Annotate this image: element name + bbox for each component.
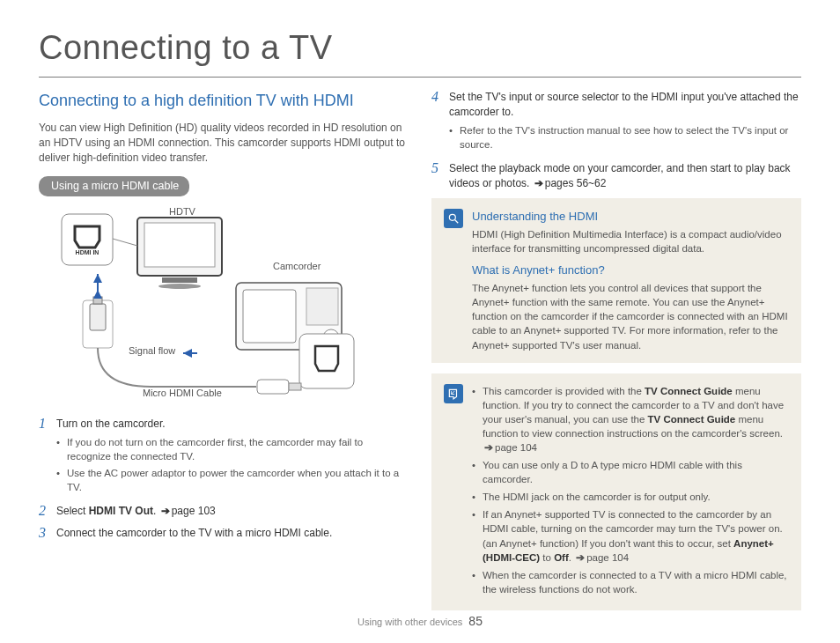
label-micro-hdmi: Micro HDMI Cable <box>143 387 222 400</box>
bold: TV Connect Guide <box>648 414 736 425</box>
step-text: Turn on the camcorder. <box>56 417 409 432</box>
page-ref: page 104 <box>483 442 537 453</box>
intro-text: You can view High Definition (HD) qualit… <box>39 121 409 165</box>
step-1: 1 Turn on the camcorder. If you do not t… <box>39 417 409 497</box>
t: Select the playback mode on your camcord… <box>449 162 791 189</box>
step-sub: Use the AC power adaptor to power the ca… <box>56 466 409 494</box>
step-sub: Refer to the TV's instruction manual to … <box>449 123 801 152</box>
step-number: 2 <box>39 504 49 519</box>
svg-rect-3 <box>162 277 197 283</box>
svg-line-23 <box>455 219 459 223</box>
step-number: 3 <box>39 526 49 541</box>
t: to <box>540 552 554 563</box>
diagram-svg: HDMI IN <box>39 205 400 408</box>
svg-rect-12 <box>90 304 106 330</box>
page-footer: Using with other devices 85 <box>0 613 840 631</box>
page-ref: page 103 <box>159 505 216 517</box>
note-item: The HDMI jack on the camcorder is for ou… <box>472 490 789 504</box>
svg-rect-2 <box>144 223 215 267</box>
note-item: If an Anynet+ supported TV is connected … <box>472 507 789 564</box>
label-hdtv: HDTV <box>169 205 195 218</box>
t: Select <box>56 505 89 517</box>
info-text: HDMI (High Definition Multimedia Interfa… <box>472 227 789 255</box>
step-text: Connect the camcorder to the TV with a m… <box>56 526 409 541</box>
page-ref: pages 56~62 <box>533 177 607 189</box>
label-camcorder: Camcorder <box>273 260 321 273</box>
page-number: 85 <box>468 614 483 628</box>
step-text: Select HDMI TV Out. page 103 <box>56 504 409 519</box>
columns: Connecting to a high definition TV with … <box>39 90 801 621</box>
step-number: 1 <box>39 417 49 497</box>
step-2: 2 Select HDMI TV Out. page 103 <box>39 504 409 519</box>
svg-marker-18 <box>93 274 102 283</box>
info-box-hdmi: Understanding the HDMI HDMI (High Defini… <box>431 198 801 363</box>
svg-marker-20 <box>183 349 192 358</box>
t: This camcorder is provided with the <box>483 386 645 396</box>
info-heading: What is Anynet+ function? <box>472 262 789 278</box>
svg-rect-6 <box>243 290 296 343</box>
footer-section: Using with other devices <box>357 617 462 627</box>
note-item: When the camcorder is connected to a TV … <box>472 568 789 596</box>
step-sub: If you do not turn on the camcorder firs… <box>56 435 409 463</box>
step-5: 5 Select the playback mode on your camco… <box>431 161 801 191</box>
svg-point-22 <box>449 214 455 220</box>
divider <box>39 77 801 78</box>
svg-rect-9 <box>306 288 338 325</box>
label-signal-flow: Signal flow <box>129 344 175 358</box>
info-box-notes: This camcorder is provided with the TV C… <box>431 373 801 610</box>
svg-rect-14 <box>257 380 289 394</box>
page-title: Connecting to a TV <box>39 25 801 71</box>
left-column: Connecting to a high definition TV with … <box>39 90 409 621</box>
svg-point-4 <box>158 284 201 289</box>
bold: TV Connect Guide <box>645 386 733 396</box>
info-heading: Understanding the HDMI <box>472 209 789 225</box>
step-text: Select the playback mode on your camcord… <box>449 161 801 191</box>
t: . <box>153 505 159 517</box>
svg-line-21 <box>113 239 137 246</box>
section-title: Connecting to a high definition TV with … <box>39 90 409 112</box>
connection-diagram: HDTV Camcorder Signal flow Micro HDMI Ca… <box>39 205 409 408</box>
label-hdmi-in: HDMI IN <box>76 249 99 255</box>
note-icon <box>444 384 463 403</box>
note-item: You can use only a D to A type micro HDM… <box>472 458 789 486</box>
subsection-pill: Using a micro HDMI cable <box>39 176 189 197</box>
step-number: 4 <box>431 90 442 154</box>
bold: Off <box>554 552 569 563</box>
svg-rect-15 <box>289 383 301 390</box>
info-text: The Anynet+ function lets you control al… <box>472 281 789 351</box>
note-item: This camcorder is provided with the TV C… <box>472 384 789 455</box>
step-4: 4 Set the TV's input or source selector … <box>431 90 801 154</box>
right-column: 4 Set the TV's input or source selector … <box>431 90 801 621</box>
step-text: Set the TV's input or source selector to… <box>449 90 801 120</box>
svg-rect-0 <box>62 214 113 265</box>
step-3: 3 Connect the camcorder to the TV with a… <box>39 526 409 541</box>
bold: HDMI TV Out <box>89 505 153 517</box>
step-number: 5 <box>431 161 442 191</box>
magnifier-icon <box>444 209 463 228</box>
page-ref: page 104 <box>574 552 629 563</box>
